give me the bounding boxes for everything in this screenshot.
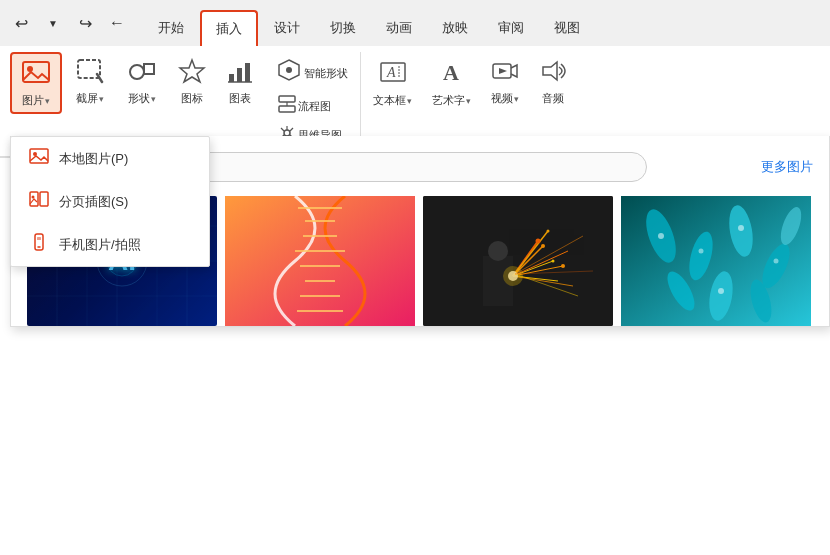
undo-button[interactable]: ↩ bbox=[8, 10, 34, 36]
video-button[interactable]: 视频 ▾ bbox=[483, 52, 527, 112]
video-icon bbox=[491, 58, 519, 89]
svg-text:A: A bbox=[443, 60, 459, 85]
svg-point-12 bbox=[286, 67, 292, 73]
textbox-icon: A bbox=[378, 58, 408, 91]
chart-icon bbox=[226, 58, 254, 89]
svg-point-1 bbox=[27, 66, 33, 72]
picture-dropdown-panel: 本地图片(P) 分页插图(S) 手机图片/拍照 bbox=[10, 136, 210, 267]
watermark: CSDN @正月十六工作室 bbox=[692, 532, 814, 547]
svg-point-34 bbox=[32, 196, 35, 199]
dna-image-thumb[interactable] bbox=[225, 196, 415, 326]
artword-dropdown-arrow: ▾ bbox=[466, 96, 471, 106]
svg-point-59 bbox=[488, 241, 508, 261]
shape-button[interactable]: 形状 ▾ bbox=[118, 52, 166, 112]
svg-point-69 bbox=[552, 260, 555, 263]
screenshot-dropdown-arrow: ▾ bbox=[99, 94, 104, 104]
svg-line-22 bbox=[281, 128, 284, 131]
svg-rect-7 bbox=[229, 74, 234, 82]
svg-rect-9 bbox=[245, 63, 250, 82]
audio-icon bbox=[539, 58, 567, 89]
svg-point-88 bbox=[699, 249, 704, 254]
flowchart-button[interactable]: 流程图 bbox=[272, 92, 354, 121]
screenshot-button[interactable]: 截屏 ▾ bbox=[66, 52, 114, 112]
svg-rect-5 bbox=[144, 64, 154, 74]
split-image-icon bbox=[27, 190, 51, 213]
svg-rect-48 bbox=[225, 196, 415, 326]
picture-dropdown-arrow: ▾ bbox=[45, 96, 50, 106]
local-image-item[interactable]: 本地图片(P) bbox=[11, 137, 209, 180]
svg-rect-0 bbox=[23, 62, 49, 82]
icon-icon bbox=[178, 58, 206, 89]
screenshot-icon bbox=[76, 58, 104, 89]
svg-point-91 bbox=[718, 288, 724, 294]
textbox-button[interactable]: A 文本框 ▾ bbox=[365, 52, 420, 114]
svg-rect-8 bbox=[237, 68, 242, 82]
artword-button[interactable]: A 艺术字 ▾ bbox=[424, 52, 479, 114]
svg-rect-15 bbox=[279, 106, 295, 112]
smartshape-icon bbox=[278, 59, 300, 87]
bacteria-image-thumb[interactable] bbox=[621, 196, 811, 326]
redo-button[interactable]: ↪ bbox=[72, 10, 98, 36]
redo-icon: ↪ bbox=[79, 14, 92, 33]
svg-point-68 bbox=[541, 244, 545, 248]
phone-image-icon bbox=[27, 233, 51, 256]
more-images-link[interactable]: 更多图片 bbox=[761, 158, 813, 176]
tab-view[interactable]: 视图 bbox=[540, 10, 594, 46]
svg-rect-13 bbox=[279, 96, 295, 102]
tab-design[interactable]: 设计 bbox=[260, 10, 314, 46]
svg-point-72 bbox=[561, 264, 565, 268]
svg-text:A: A bbox=[386, 65, 396, 80]
flowchart-icon bbox=[278, 95, 296, 118]
tab-switch[interactable]: 切换 bbox=[316, 10, 370, 46]
tabs-list: 开始 插入 设计 切换 动画 放映 审阅 视图 bbox=[144, 0, 594, 46]
textbox-dropdown-arrow: ▾ bbox=[407, 96, 412, 106]
chart-button[interactable]: 图表 bbox=[218, 52, 262, 112]
svg-point-4 bbox=[130, 65, 144, 79]
quick-access-bar: ↩ ▼ ↪ ← bbox=[8, 10, 130, 36]
back-button[interactable]: ← bbox=[104, 10, 130, 36]
toolbar-container: ↩ ▼ ↪ ← 开始 插入 设计 切换 动画 bbox=[0, 0, 830, 158]
svg-rect-37 bbox=[37, 237, 41, 240]
icon-button[interactable]: 图标 bbox=[170, 52, 214, 112]
svg-point-87 bbox=[658, 233, 664, 239]
undo-icon: ↩ bbox=[15, 14, 28, 33]
phone-image-item[interactable]: 手机图片/拍照 bbox=[11, 223, 209, 266]
tab-review[interactable]: 审阅 bbox=[484, 10, 538, 46]
tab-insert[interactable]: 插入 bbox=[200, 10, 258, 46]
smartshape-button[interactable]: 智能形状 bbox=[272, 54, 354, 92]
svg-rect-57 bbox=[423, 196, 613, 326]
video-dropdown-arrow: ▾ bbox=[514, 94, 519, 104]
spark-image-thumb[interactable] bbox=[423, 196, 613, 326]
svg-point-90 bbox=[774, 259, 779, 264]
audio-button[interactable]: 音频 bbox=[531, 52, 575, 112]
dropdown-arrow-button[interactable]: ▼ bbox=[40, 10, 66, 36]
split-image-item[interactable]: 分页插图(S) bbox=[11, 180, 209, 223]
tab-bar: ↩ ▼ ↪ ← 开始 插入 设计 切换 动画 bbox=[0, 0, 830, 46]
svg-point-71 bbox=[547, 230, 550, 233]
picture-button[interactable]: 图片 ▾ bbox=[10, 52, 62, 114]
svg-point-89 bbox=[738, 225, 744, 231]
svg-rect-33 bbox=[40, 192, 48, 206]
picture-icon bbox=[21, 58, 51, 91]
shape-dropdown-arrow: ▾ bbox=[151, 94, 156, 104]
svg-rect-30 bbox=[30, 149, 48, 163]
tab-slideshow[interactable]: 放映 bbox=[428, 10, 482, 46]
artword-icon: A bbox=[437, 58, 467, 91]
svg-marker-28 bbox=[499, 68, 507, 74]
local-image-icon bbox=[27, 147, 51, 170]
svg-line-18 bbox=[290, 128, 293, 131]
tab-animation[interactable]: 动画 bbox=[372, 10, 426, 46]
tab-start[interactable]: 开始 bbox=[144, 10, 198, 46]
svg-marker-6 bbox=[180, 60, 204, 82]
svg-point-70 bbox=[536, 239, 541, 244]
svg-marker-29 bbox=[543, 62, 557, 80]
back-icon: ← bbox=[109, 14, 125, 32]
shape-icon bbox=[128, 58, 156, 89]
